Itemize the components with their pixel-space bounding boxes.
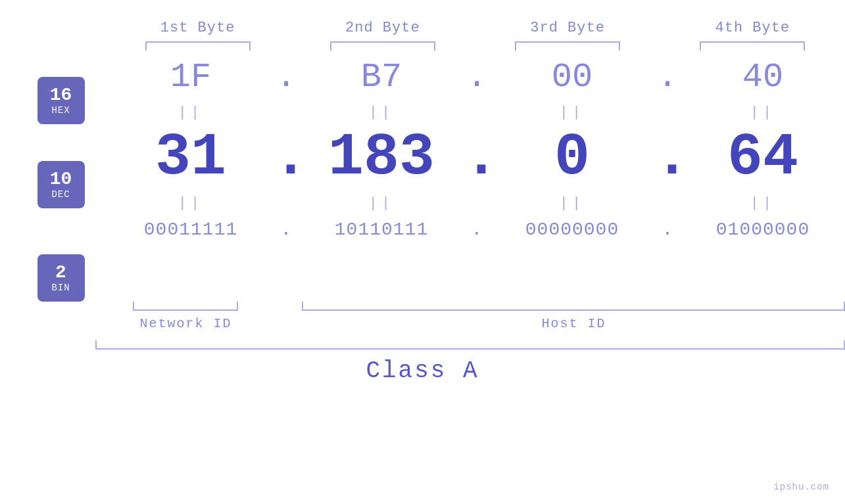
- bin-dot3: .: [654, 219, 681, 240]
- dec-badge-num: 10: [50, 170, 72, 190]
- hex-dot3: .: [654, 58, 681, 97]
- watermark: ipshu.com: [773, 482, 829, 492]
- hex-byte2: B7: [299, 58, 464, 97]
- dec-byte3: 0: [490, 124, 654, 191]
- dec-byte4: 64: [681, 124, 845, 191]
- byte4-header: 4th Byte: [660, 20, 845, 36]
- hex-byte3: 00: [490, 58, 654, 97]
- eq1-b1: ||: [109, 104, 273, 121]
- eq2-b4: ||: [681, 195, 845, 212]
- dec-badge: 10 DEC: [37, 161, 85, 208]
- bin-byte3: 00000000: [490, 219, 654, 240]
- hex-byte4: 40: [681, 58, 845, 97]
- bin-badge-label: BIN: [51, 283, 70, 293]
- dec-badge-label: DEC: [51, 189, 70, 200]
- host-id-label: Host ID: [302, 316, 845, 331]
- hex-badge: 16 HEX: [37, 77, 85, 124]
- eq2-b2: ||: [299, 195, 464, 212]
- hex-byte1: 1F: [109, 58, 273, 97]
- network-id-label: Network ID: [95, 316, 276, 331]
- top-brackets: [0, 41, 845, 51]
- class-a-label: Class A: [366, 357, 479, 384]
- bin-byte2: 10110111: [299, 219, 464, 240]
- dec-byte1: 31: [109, 124, 273, 191]
- eq-row-2: || || || ||: [109, 194, 845, 212]
- dec-dot1: .: [273, 124, 299, 191]
- eq2-b1: ||: [109, 195, 273, 212]
- hex-dot1: .: [273, 58, 299, 97]
- dec-dot2: .: [464, 124, 490, 191]
- bin-badge-num: 2: [55, 263, 66, 283]
- dec-dot3: .: [654, 124, 681, 191]
- hex-dot2: .: [464, 58, 490, 97]
- id-labels: Network ID Host ID: [0, 316, 845, 331]
- dec-byte2: 183: [299, 124, 464, 191]
- bin-row: 00011111 . 10110111 . 00000000 . 0100000…: [109, 212, 845, 246]
- byte-headers: 1st Byte 2nd Byte 3rd Byte 4th Byte: [0, 20, 845, 36]
- bin-badge: 2 BIN: [37, 254, 85, 302]
- badges-column: 16 HEX 10 DEC 2 BIN: [13, 51, 109, 302]
- bin-dot2: .: [464, 219, 490, 240]
- bottom-brackets: [0, 302, 845, 311]
- class-label-row: Class A: [0, 357, 845, 384]
- bin-byte4: 01000000: [681, 219, 845, 240]
- long-bracket-row: [0, 340, 845, 350]
- dec-row: 31 . 183 . 0 . 64: [109, 122, 845, 194]
- hex-badge-num: 16: [50, 85, 72, 106]
- bin-byte1: 00011111: [109, 219, 273, 240]
- byte1-header: 1st Byte: [105, 20, 290, 36]
- values-column: 1F . B7 . 00 . 40: [109, 51, 845, 302]
- hex-badge-label: HEX: [51, 105, 70, 116]
- eq-row-1: || || || ||: [109, 103, 845, 122]
- eq1-b4: ||: [681, 104, 845, 121]
- hex-row: 1F . B7 . 00 . 40: [109, 51, 845, 103]
- eq2-b3: ||: [490, 195, 654, 212]
- main-container: 1st Byte 2nd Byte 3rd Byte 4th Byte 16 H…: [0, 0, 845, 504]
- byte2-header: 2nd Byte: [290, 20, 475, 36]
- eq1-b3: ||: [490, 104, 654, 121]
- byte3-header: 3rd Byte: [475, 20, 660, 36]
- eq1-b2: ||: [299, 104, 464, 121]
- bin-dot1: .: [273, 219, 299, 240]
- full-grid: 16 HEX 10 DEC 2 BIN 1F: [0, 51, 845, 302]
